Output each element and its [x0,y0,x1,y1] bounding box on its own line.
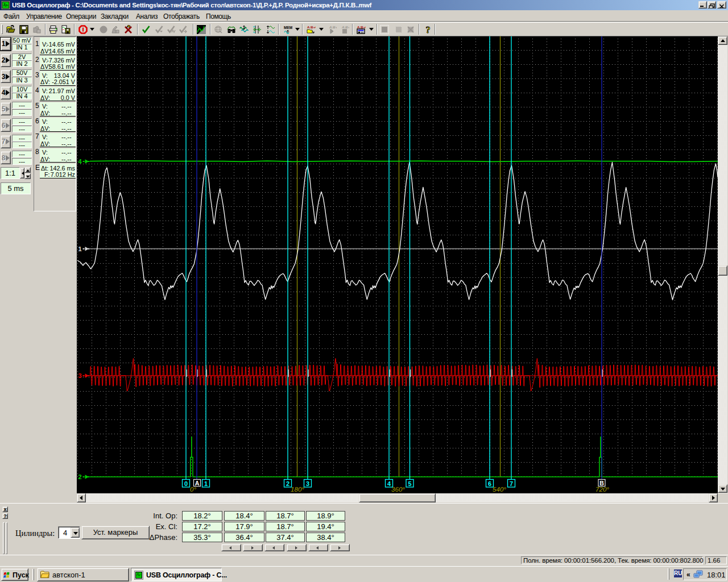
svg-text:1: 1 [204,480,208,487]
svg-text:A:B+C: A:B+C [357,26,366,29]
svg-text:?: ? [426,25,431,34]
svg-text:3: 3 [78,372,82,379]
svg-text:5: 5 [408,480,411,487]
svg-text:A: A [195,480,200,487]
svg-text:3: 3 [306,480,309,487]
svg-text:720°: 720° [595,486,609,493]
svg-text:6: 6 [488,480,491,487]
svg-text:0°: 0° [190,486,196,493]
svg-text:2: 2 [78,473,82,480]
svg-text:MEM: MEM [284,26,292,30]
svg-text:1: 1 [78,246,82,252]
svg-text:B: B [599,480,604,487]
svg-text:4: 4 [387,480,391,487]
svg-text:4: 4 [78,158,82,165]
svg-text:0: 0 [184,480,188,487]
svg-text:A:B+C: A:B+C [307,26,316,29]
svg-text:A:B+C: A:B+C [341,26,349,29]
svg-text:A:B+C: A:B+C [329,26,337,29]
svg-text:540°: 540° [493,486,506,493]
svg-text:7: 7 [510,480,513,487]
svg-text:180°: 180° [291,486,304,493]
svg-text:2: 2 [286,480,289,487]
svg-text:360°: 360° [391,486,405,493]
